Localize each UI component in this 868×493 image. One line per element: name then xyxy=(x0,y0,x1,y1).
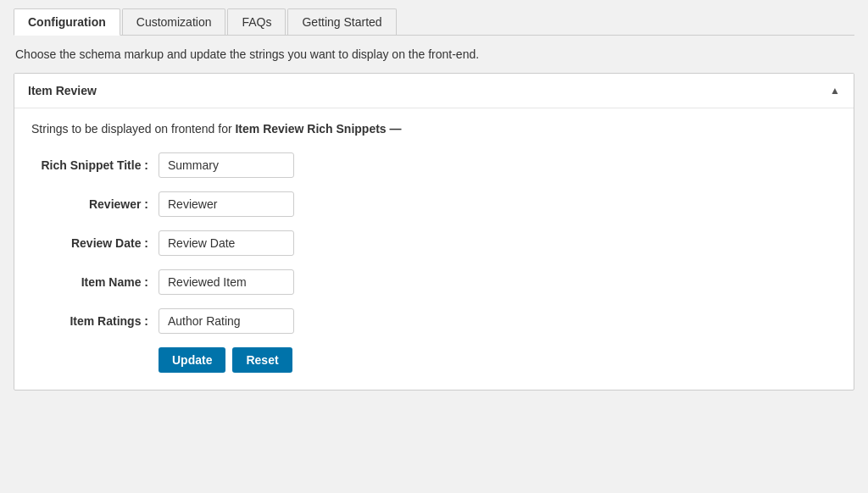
form-row-rich-snippet-title: Rich Snippet Title : xyxy=(31,152,837,178)
collapse-icon[interactable]: ▲ xyxy=(830,85,840,97)
panel-info: Strings to be displayed on frontend for … xyxy=(31,122,837,136)
form-row-item-ratings: Item Ratings : xyxy=(31,308,837,334)
panel-header: Item Review ▲ xyxy=(14,74,854,108)
input-item-ratings[interactable] xyxy=(159,308,294,334)
form-row-reviewer: Reviewer : xyxy=(31,191,837,217)
panel-title: Item Review xyxy=(28,84,97,97)
buttons-row: Update Reset xyxy=(159,347,837,373)
tabs-bar: Configuration Customization FAQs Getting… xyxy=(14,8,854,36)
update-button[interactable]: Update xyxy=(159,347,225,373)
tab-customization[interactable]: Customization xyxy=(122,8,226,35)
label-reviewer: Reviewer : xyxy=(31,197,159,211)
input-item-name[interactable] xyxy=(159,269,294,295)
label-item-name: Item Name : xyxy=(31,275,159,289)
reset-button[interactable]: Reset xyxy=(232,347,292,373)
label-review-date: Review Date : xyxy=(31,236,159,250)
label-rich-snippet-title: Rich Snippet Title : xyxy=(31,158,159,172)
tab-getting-started[interactable]: Getting Started xyxy=(287,8,396,35)
tab-configuration[interactable]: Configuration xyxy=(14,8,120,36)
form-row-item-name: Item Name : xyxy=(31,269,837,295)
form-row-review-date: Review Date : xyxy=(31,230,837,256)
tab-faqs[interactable]: FAQs xyxy=(227,8,286,35)
item-review-panel: Item Review ▲ Strings to be displayed on… xyxy=(14,73,854,391)
page-description: Choose the schema markup and update the … xyxy=(14,47,854,61)
panel-body: Strings to be displayed on frontend for … xyxy=(14,108,854,390)
input-rich-snippet-title[interactable] xyxy=(159,152,294,178)
label-item-ratings: Item Ratings : xyxy=(31,314,159,328)
input-review-date[interactable] xyxy=(159,230,294,256)
input-reviewer[interactable] xyxy=(159,191,294,217)
